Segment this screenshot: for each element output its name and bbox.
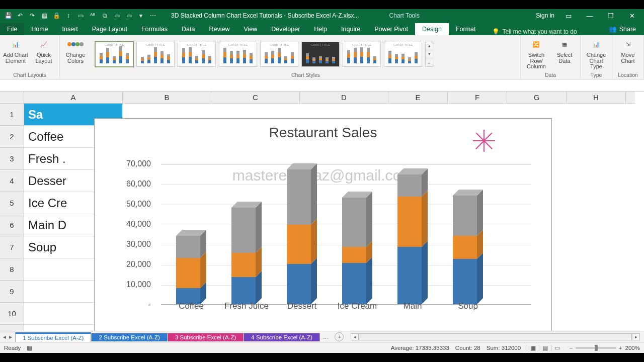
tab-help[interactable]: Help [307, 23, 334, 35]
chart-style-thumb[interactable]: CHART TITLE [384, 42, 422, 67]
quick-layout-button[interactable]: 📈 Quick Layout [31, 36, 56, 64]
row-header[interactable]: 1 [0, 104, 24, 126]
minimize-icon[interactable]: ― [583, 12, 597, 20]
chart-style-thumb[interactable]: CHART TITLE [260, 42, 298, 67]
maximize-icon[interactable]: ❐ [604, 12, 618, 20]
qat-icon[interactable]: ▭ [113, 12, 121, 20]
col-header[interactable]: C [211, 92, 300, 103]
zoom-level[interactable]: 200% [625, 345, 640, 351]
chart-style-thumb[interactable]: CHART TITLE [136, 42, 175, 67]
plot-area[interactable]: -10,00020,00030,00040,00050,00060,00070,… [120, 164, 531, 311]
bar-segment[interactable] [287, 169, 311, 225]
bar-segment[interactable] [231, 208, 256, 253]
share-button[interactable]: 👥 Share [601, 23, 644, 35]
col-header[interactable]: D [300, 92, 388, 103]
qat-icon[interactable]: ▭ [125, 12, 133, 20]
move-chart-button[interactable]: ⇲ Move Chart [615, 36, 640, 64]
row-header[interactable]: 7 [0, 236, 24, 258]
row-header[interactable]: 6 [0, 214, 24, 236]
bar-segment[interactable] [397, 197, 422, 247]
chart-style-thumb[interactable]: CHART TITLE [178, 42, 216, 67]
tell-me[interactable]: 💡 Tell me what you want to do [492, 28, 577, 35]
chart-style-thumb[interactable]: CHART TITLE [95, 42, 133, 67]
tab-inquire[interactable]: Inquire [334, 23, 367, 35]
bar-segment[interactable] [453, 196, 477, 236]
macro-icon[interactable]: ▦ [27, 344, 32, 351]
chart-object[interactable]: Restaurant Sales masterexcelaz@gmail.com… [94, 118, 552, 331]
bar-segment[interactable] [342, 247, 366, 263]
bar-segment[interactable] [287, 264, 311, 304]
undo-icon[interactable]: ↶ [16, 12, 24, 20]
tab-developer[interactable]: Developer [264, 23, 307, 35]
sheet-tab[interactable]: 2 Subscribe Excel (A-Z) [91, 333, 167, 341]
bar-segment[interactable] [453, 259, 477, 304]
row-header[interactable]: 4 [0, 170, 24, 192]
tab-file[interactable]: File [0, 23, 24, 35]
row-header[interactable]: 10 [0, 303, 24, 325]
chart-style-thumb[interactable]: CHART TITLE [301, 42, 340, 67]
gallery-more-button[interactable]: ▴▾⌄ [425, 42, 433, 67]
chart-style-thumb[interactable]: CHART TITLE [219, 42, 257, 67]
save-icon[interactable]: 💾 [4, 12, 12, 20]
bar-segment[interactable] [397, 247, 422, 304]
sheet-tab[interactable]: 4 Subscribe Excel (A-Z) [244, 333, 319, 341]
tab-format[interactable]: Format [449, 23, 483, 35]
col-header[interactable]: B [123, 92, 211, 103]
bar-segment[interactable] [287, 225, 311, 264]
row-header[interactable]: 2 [0, 126, 24, 148]
spell-icon[interactable]: ᴬᴮ [89, 12, 97, 20]
bar-segment[interactable] [176, 258, 200, 288]
bar-segment[interactable] [397, 174, 422, 197]
bar-segment[interactable] [453, 236, 477, 259]
tab-power-pivot[interactable]: Power Pivot [367, 23, 415, 35]
tab-formulas[interactable]: Formulas [134, 23, 175, 35]
redo-icon[interactable]: ↷ [28, 12, 36, 20]
bar-segment[interactable] [231, 253, 256, 277]
view-buttons[interactable]: ▦▤▭ [527, 344, 563, 351]
sheet-tab[interactable]: 3 Subscribe Excel (A-Z) [168, 333, 244, 341]
formula-bar[interactable] [0, 79, 644, 92]
change-colors-button[interactable]: Change Colors [63, 36, 88, 64]
col-header[interactable]: H [567, 92, 626, 103]
switch-row-column-button[interactable]: 🔀 Switch Row/ Column [524, 36, 549, 70]
row-header[interactable]: 8 [0, 258, 24, 281]
sheet-tab[interactable]: 1 Subscribe Excel (A-Z) [15, 332, 91, 342]
horizontal-scroll[interactable]: ◂▸ [347, 333, 644, 340]
ribbon-options-icon[interactable]: ▭ [561, 12, 576, 20]
qat-icon[interactable]: ▾ [137, 12, 145, 20]
tab-insert[interactable]: Insert [55, 23, 85, 35]
qat-icon[interactable]: ▦ [40, 12, 48, 20]
tab-home[interactable]: Home [24, 23, 55, 35]
col-header[interactable]: G [507, 92, 567, 103]
bar-segment[interactable] [342, 198, 366, 247]
bar-segment[interactable] [342, 263, 366, 304]
row-header[interactable]: 9 [0, 281, 24, 303]
sign-in-link[interactable]: Sign in [536, 12, 554, 19]
qat-icon[interactable]: ▭ [76, 12, 85, 20]
more-tabs[interactable]: … [320, 334, 332, 340]
zoom-control[interactable]: −+ 200% [569, 345, 640, 351]
bar-segment[interactable] [231, 277, 256, 304]
sort-icon[interactable]: ↕ [64, 12, 72, 20]
col-header[interactable]: A [24, 92, 123, 103]
col-header[interactable]: F [448, 92, 507, 103]
bar-segment[interactable] [176, 236, 200, 258]
add-chart-element-button[interactable]: 📊 Add Chart Element [3, 36, 28, 64]
row-header[interactable]: 5 [0, 192, 24, 214]
qat-icon[interactable]: ⧉ [101, 12, 109, 20]
close-icon[interactable]: ✕ [625, 12, 639, 20]
tab-design[interactable]: Design [415, 23, 449, 35]
qat-more-icon[interactable]: ⋯ [149, 12, 157, 20]
tab-page-layout[interactable]: Page Layout [85, 23, 134, 35]
select-all-corner[interactable] [0, 92, 24, 103]
change-chart-type-button[interactable]: 📊 Change Chart Type [584, 36, 609, 70]
tab-nav[interactable]: ◂▸ [0, 333, 15, 340]
tab-view[interactable]: View [236, 23, 264, 35]
row-header[interactable]: 3 [0, 148, 24, 170]
lock-icon[interactable]: 🔒 [52, 12, 60, 20]
col-header[interactable]: E [388, 92, 448, 103]
chart-bars[interactable] [161, 164, 531, 305]
tab-review[interactable]: Review [202, 23, 236, 35]
tab-data[interactable]: Data [175, 23, 202, 35]
new-sheet-button[interactable]: + [335, 332, 344, 341]
